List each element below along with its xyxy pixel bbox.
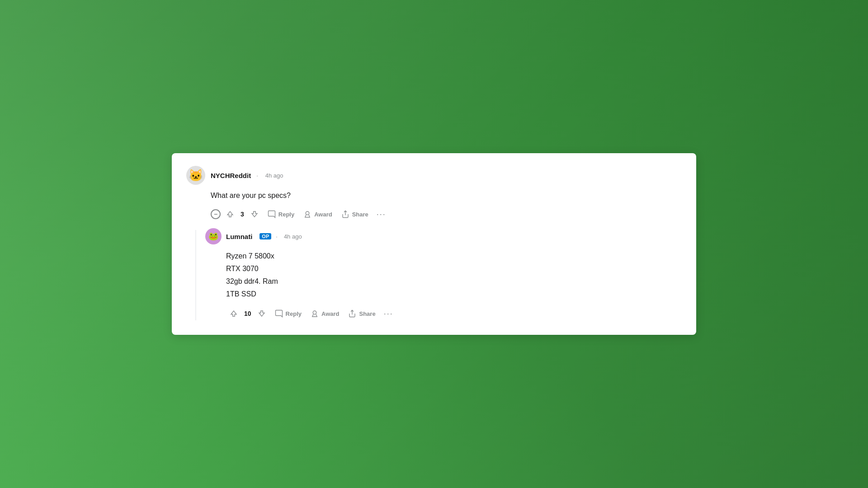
vote-count-1: 3 bbox=[240, 211, 245, 218]
comment-1-username[interactable]: NYCHReddit bbox=[211, 172, 251, 179]
comment-card: 🐱 NYCHReddit · 4h ago What are your pc s… bbox=[172, 153, 696, 335]
comment-2-separator: · bbox=[276, 233, 278, 240]
award-button-2[interactable]: Award bbox=[307, 307, 343, 320]
lumnati-avatar-icon: 🐸 bbox=[208, 231, 218, 241]
svg-point-0 bbox=[306, 211, 309, 215]
upvote-icon-1 bbox=[226, 210, 234, 218]
comment-1-header: 🐱 NYCHReddit · 4h ago bbox=[186, 166, 682, 185]
comment-1-action-bar: − 3 Reply bbox=[211, 207, 682, 221]
thread-line bbox=[195, 230, 196, 320]
reply-container: 🐸 Lumnati OP · 4h ago Ryzen 7 5800x RTX … bbox=[186, 228, 682, 320]
comment-2-username[interactable]: Lumnati bbox=[226, 233, 252, 240]
thread-indent bbox=[195, 228, 196, 320]
award-icon-1 bbox=[303, 210, 311, 218]
op-badge: OP bbox=[259, 233, 271, 239]
vote-count-2: 10 bbox=[243, 310, 252, 317]
avatar-icon: 🐱 bbox=[189, 169, 203, 183]
collapse-button[interactable]: − bbox=[211, 209, 221, 219]
reply-icon-1 bbox=[268, 210, 276, 218]
spec-line-4: 1TB SSD bbox=[226, 288, 682, 300]
downvote-icon-2 bbox=[258, 310, 266, 318]
upvote-button-2[interactable] bbox=[226, 307, 241, 320]
reply-button-2[interactable]: Reply bbox=[271, 307, 305, 320]
comment-2-action-bar: 10 Reply bbox=[226, 307, 682, 320]
upvote-button-1[interactable] bbox=[222, 207, 238, 221]
share-button-2[interactable]: Share bbox=[344, 307, 379, 320]
downvote-icon-1 bbox=[250, 210, 259, 218]
comment-1-separator: · bbox=[256, 172, 258, 179]
award-icon-2 bbox=[311, 310, 319, 318]
downvote-button-1[interactable] bbox=[247, 207, 262, 221]
more-button-1[interactable]: ··· bbox=[374, 208, 389, 221]
spec-line-2: RTX 3070 bbox=[226, 263, 682, 275]
comment-2: 🐸 Lumnati OP · 4h ago Ryzen 7 5800x RTX … bbox=[205, 228, 682, 320]
spec-line-3: 32gb ddr4. Ram bbox=[226, 275, 682, 288]
more-button-2[interactable]: ··· bbox=[381, 307, 396, 320]
upvote-icon-2 bbox=[230, 310, 238, 318]
avatar-lumnati: 🐸 bbox=[205, 228, 222, 244]
spec-line-1: Ryzen 7 5800x bbox=[226, 250, 682, 263]
reply-icon-2 bbox=[275, 310, 283, 318]
downvote-button-2[interactable] bbox=[254, 307, 269, 320]
award-button-1[interactable]: Award bbox=[300, 207, 336, 221]
avatar-nychreddit: 🐱 bbox=[186, 166, 205, 185]
comment-2-body: Ryzen 7 5800x RTX 3070 32gb ddr4. Ram 1T… bbox=[226, 250, 682, 300]
comment-1-body: What are your pc specs? bbox=[211, 190, 682, 201]
comment-1: 🐱 NYCHReddit · 4h ago What are your pc s… bbox=[186, 166, 682, 221]
share-icon-2 bbox=[348, 310, 356, 318]
share-button-1[interactable]: Share bbox=[338, 207, 372, 221]
comment-1-timestamp: 4h ago bbox=[265, 172, 283, 179]
svg-point-1 bbox=[313, 311, 316, 314]
reply-button-1[interactable]: Reply bbox=[264, 207, 298, 221]
comment-2-timestamp: 4h ago bbox=[284, 233, 302, 240]
share-icon-1 bbox=[341, 210, 349, 218]
comment-2-header: 🐸 Lumnati OP · 4h ago bbox=[205, 228, 682, 244]
